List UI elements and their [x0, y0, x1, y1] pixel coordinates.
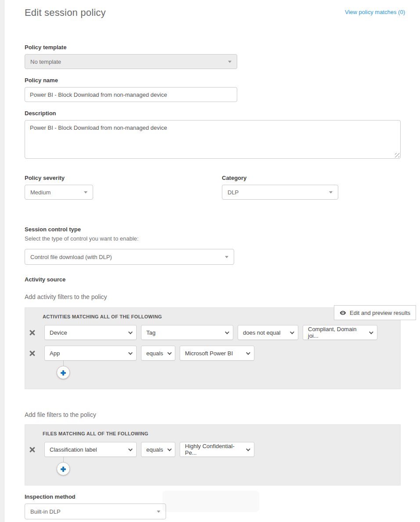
left-gutter [0, 0, 4, 522]
add-filter-button[interactable] [57, 366, 70, 379]
view-policy-matches-link[interactable]: View policy matches (0) [345, 9, 405, 15]
filter-operator-value: equals [146, 350, 163, 357]
policy-severity-label: Policy severity [25, 175, 222, 181]
filter-field-value: Device [50, 329, 67, 336]
filter-operator-select[interactable]: equals [141, 442, 175, 457]
page-content: Edit session policy View policy matches … [4, 0, 420, 522]
filter-field-select[interactable]: App [44, 346, 137, 361]
policy-template-value: No template [30, 58, 61, 65]
filter-field-select[interactable]: Device [44, 325, 137, 340]
activity-filters-intro: Add activity filters to the policy [25, 293, 405, 300]
policy-template-field: Policy template No template [25, 44, 405, 69]
chevron-down-icon [128, 330, 133, 334]
description-label: Description [25, 110, 405, 117]
remove-filter-icon[interactable] [29, 330, 35, 336]
file-filters-box: FILES MATCHING ALL OF THE FOLLOWING Clas… [25, 424, 401, 485]
page-header: Edit session policy View policy matches … [25, 7, 405, 18]
file-filter-row: Classification label equals Highly Confi… [25, 442, 400, 457]
filter-value-select[interactable]: Compliant, Domain joi... [303, 325, 377, 340]
session-control-field: Session control type Select the type of … [25, 226, 405, 265]
session-control-hint: Select the type of control you want to e… [25, 235, 405, 242]
policy-severity-select[interactable]: Medium [25, 185, 93, 200]
file-filters-intro: Add file filters to the policy [25, 411, 405, 418]
filter-field-value: App [50, 350, 60, 357]
policy-severity-field: Policy severity Medium [25, 175, 222, 200]
add-filter-row [25, 457, 400, 478]
description-field: Description Power BI - Block Download fr… [25, 110, 405, 159]
plus-icon [62, 370, 64, 376]
activity-filter-row: App equals Microsoft Power BI [25, 346, 400, 361]
filter-operator-value: equals [146, 446, 163, 453]
session-control-value: Control file download (with DLP) [30, 254, 112, 260]
chevron-down-icon [290, 330, 294, 334]
filter-field-value: Classification label [50, 446, 97, 453]
filter-value-text: Highly Confidential-Pe... [185, 443, 242, 456]
inspection-method-field: Inspection method Built-in DLP [25, 493, 401, 519]
chevron-down-icon [167, 447, 172, 451]
chevron-down-icon [369, 330, 373, 334]
remove-filter-icon[interactable] [29, 447, 35, 453]
activity-filter-row: Device Tag does not equal Compliant, Dom… [25, 325, 400, 340]
category-select[interactable]: DLP [222, 185, 338, 200]
add-filter-button[interactable] [57, 462, 70, 475]
chevron-down-icon [225, 330, 229, 334]
inspection-method-select[interactable]: Built-in DLP [25, 504, 166, 519]
triangle-down-icon [225, 256, 228, 258]
category-label: Category [222, 175, 338, 181]
filter-value-text: Microsoft Power BI [185, 350, 233, 357]
add-filter-row [25, 361, 400, 382]
session-control-label: Session control type [25, 226, 405, 233]
policy-name-label: Policy name [25, 77, 405, 84]
policy-template-label: Policy template [25, 44, 405, 51]
category-value: DLP [228, 189, 239, 196]
policy-name-input[interactable] [25, 87, 237, 102]
policy-severity-value: Medium [30, 189, 51, 196]
eye-icon [340, 310, 346, 315]
triangle-down-icon [329, 191, 333, 193]
edit-preview-results-label: Edit and preview results [350, 310, 410, 316]
inspection-method-value: Built-in DLP [30, 508, 61, 515]
category-field: Category DLP [222, 175, 338, 200]
filter-subfield-value: Tag [146, 329, 156, 336]
faint-overlay-artifact [163, 491, 259, 512]
connector-line [63, 360, 64, 366]
remove-filter-icon[interactable] [29, 350, 35, 356]
filter-value-select[interactable]: Microsoft Power BI [180, 346, 254, 361]
plus-icon [62, 467, 64, 472]
activity-filters-box: Edit and preview results ACTIVITIES MATC… [25, 307, 401, 389]
edit-preview-results-button[interactable]: Edit and preview results [334, 305, 416, 320]
chevron-down-icon [246, 350, 250, 355]
description-textarea[interactable]: Power BI - Block Download from non-manag… [25, 120, 401, 159]
session-control-select[interactable]: Control file download (with DLP) [25, 249, 234, 265]
chevron-down-icon [246, 447, 250, 451]
policy-template-select[interactable]: No template [25, 54, 237, 69]
filter-value-text: Compliant, Domain joi... [308, 326, 365, 339]
policy-name-field: Policy name [25, 77, 405, 102]
triangle-down-icon [157, 511, 160, 513]
activity-source-heading: Activity source [25, 276, 405, 283]
filter-operator-select[interactable]: equals [141, 346, 175, 361]
filter-value-select[interactable]: Highly Confidential-Pe... [180, 442, 254, 457]
chevron-down-icon [167, 350, 172, 355]
filter-field-select[interactable]: Classification label [44, 442, 137, 457]
files-matching-header: FILES MATCHING ALL OF THE FOLLOWING [43, 431, 400, 436]
triangle-down-icon [228, 61, 232, 63]
chevron-down-icon [128, 447, 133, 451]
chevron-down-icon [128, 350, 133, 355]
filter-subfield-select[interactable]: Tag [141, 325, 233, 340]
triangle-down-icon [84, 191, 87, 193]
resize-grip-icon[interactable] [395, 153, 399, 157]
page-title: Edit session policy [25, 7, 106, 18]
severity-category-row: Policy severity Medium Category DLP [25, 175, 405, 200]
connector-line [63, 456, 64, 462]
filter-operator-value: does not equal [243, 329, 280, 336]
edit-session-policy-page: Edit session policy View policy matches … [0, 0, 420, 522]
filter-operator-select[interactable]: does not equal [238, 325, 298, 340]
